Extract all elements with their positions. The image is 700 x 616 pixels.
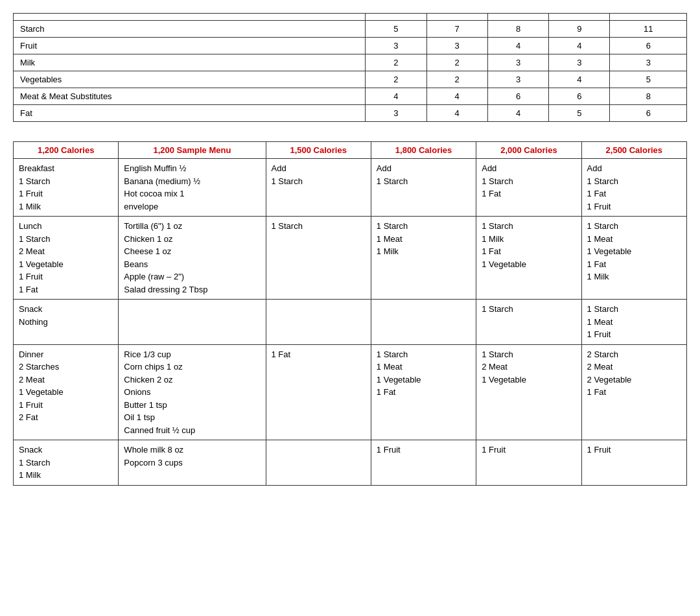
sample-cell <box>266 300 371 345</box>
cell-text: Breakfast 1 Starch 1 Fruit 1 Milk <box>19 163 54 211</box>
cell-text: Add 1 Starch 1 Fat <box>482 163 513 198</box>
sample-cell: Add 1 Starch 1 Fat <box>476 159 581 217</box>
table-cell: 4 <box>549 38 610 54</box>
cell-text: Whole milk 8 oz Popcorn 3 cups <box>124 445 183 468</box>
calorie-header-1800 <box>487 14 548 21</box>
sample-cell: 2 Starch 2 Meat 2 Vegetable 1 Fat <box>581 344 686 440</box>
sample-cell <box>266 440 371 486</box>
cell-text: English Muffin ½ Banana (medium) ½ Hot c… <box>124 163 200 211</box>
sample-cell: Snack 1 Starch 1 Milk <box>14 440 119 486</box>
sample-cell: 1 Starch 1 Milk 1 Fat 1 Vegetable <box>476 217 581 300</box>
cell-text: 1 Starch <box>482 304 513 314</box>
cell-text: 1 Starch 1 Meat 1 Vegetable 1 Fat <box>377 349 421 397</box>
sample-col-header: 1,500 Calories <box>266 142 371 159</box>
table-cell: 3 <box>426 38 487 54</box>
cell-text: 1 Fruit <box>482 445 506 455</box>
sample-cell: 1 Starch <box>266 217 371 300</box>
calorie-header-2500 <box>610 14 687 21</box>
calorie-header-1200 <box>366 14 426 21</box>
sample-col-header: 2,000 Calories <box>476 142 581 159</box>
category-label: Vegetables <box>14 71 366 88</box>
category-label: Fruit <box>14 38 366 54</box>
cell-text: 1 Starch 1 Meat 1 Vegetable 1 Fat 1 Milk <box>587 221 632 281</box>
cell-text: Snack Nothing <box>19 304 48 327</box>
sample-cell: Lunch 1 Starch 2 Meat 1 Vegetable 1 Frui… <box>14 217 119 300</box>
table-cell: 6 <box>549 88 610 105</box>
sample-cell: Whole milk 8 oz Popcorn 3 cups <box>119 440 266 486</box>
cell-text: 1 Fat <box>272 349 291 359</box>
table-cell: 3 <box>366 105 426 122</box>
cell-text: 2 Starch 2 Meat 2 Vegetable 1 Fat <box>587 349 632 397</box>
cell-text: 1 Starch 1 Meat 1 Fruit <box>587 304 618 339</box>
cell-text: Lunch 1 Starch 2 Meat 1 Vegetable 1 Frui… <box>19 221 64 294</box>
category-label: Fat <box>14 105 366 122</box>
category-label: Milk <box>14 54 366 71</box>
table-cell: 8 <box>610 88 687 105</box>
table-cell: 8 <box>487 21 548 38</box>
table-cell: 6 <box>610 38 687 54</box>
sample-cell: 1 Starch 1 Meat 1 Milk <box>371 217 476 300</box>
cell-text: 1 Starch 1 Milk 1 Fat 1 Vegetable <box>482 221 526 269</box>
calorie-header-2000 <box>549 14 610 21</box>
sample-cell: 1 Starch 1 Meat 1 Fruit <box>581 300 686 345</box>
table-cell: 4 <box>549 71 610 88</box>
table-title <box>14 14 366 21</box>
sample-menu-table: 1,200 Calories1,200 Sample Menu1,500 Cal… <box>13 141 687 486</box>
table-cell: 6 <box>610 105 687 122</box>
table-cell: 4 <box>487 38 548 54</box>
table-cell: 3 <box>487 54 548 71</box>
sample-cell: Add 1 Starch 1 Fat 1 Fruit <box>581 159 686 217</box>
sample-cell: 1 Starch 1 Meat 1 Vegetable 1 Fat <box>371 344 476 440</box>
cell-text: Rice 1/3 cup Corn chips 1 oz Chicken 2 o… <box>124 349 195 435</box>
table-cell: 2 <box>426 54 487 71</box>
sample-cell: Add 1 Starch <box>371 159 476 217</box>
table-cell: 4 <box>366 88 426 105</box>
calorie-header-1500 <box>426 14 487 21</box>
cell-text: 1 Fruit <box>587 445 611 455</box>
sample-col-header: 1,200 Sample Menu <box>119 142 266 159</box>
cell-text: 1 Starch 1 Meat 1 Milk <box>377 221 408 256</box>
table-cell: 7 <box>426 21 487 38</box>
table-cell: 2 <box>366 71 426 88</box>
table-cell: 3 <box>487 71 548 88</box>
cell-text: 1 Starch <box>272 221 303 231</box>
sample-cell <box>119 300 266 345</box>
table-cell: 2 <box>426 71 487 88</box>
sample-cell <box>371 300 476 345</box>
sample-cell: Dinner 2 Starches 2 Meat 1 Vegetable 1 F… <box>14 344 119 440</box>
table-cell: 4 <box>487 105 548 122</box>
sample-cell: 1 Fruit <box>476 440 581 486</box>
table-cell: 6 <box>487 88 548 105</box>
sample-cell: Breakfast 1 Starch 1 Fruit 1 Milk <box>14 159 119 217</box>
table-cell: 2 <box>366 54 426 71</box>
calorie-meal-plans-table: Starch578911Fruit33446Milk22333Vegetable… <box>13 13 687 122</box>
sample-col-header: 2,500 Calories <box>581 142 686 159</box>
cell-text: 1 Fruit <box>377 445 401 455</box>
cell-text: Add 1 Starch <box>272 163 303 186</box>
sample-cell: 1 Starch 1 Meat 1 Vegetable 1 Fat 1 Milk <box>581 217 686 300</box>
cell-text: 1 Starch 2 Meat 1 Vegetable <box>482 349 526 385</box>
sample-cell: Snack Nothing <box>14 300 119 345</box>
table-cell: 9 <box>549 21 610 38</box>
table-cell: 5 <box>366 21 426 38</box>
sample-cell: Tortilla (6") 1 oz Chicken 1 oz Cheese 1… <box>119 217 266 300</box>
cell-text: Dinner 2 Starches 2 Meat 1 Vegetable 1 F… <box>19 349 64 423</box>
table-cell: 4 <box>426 105 487 122</box>
table-cell: 4 <box>426 88 487 105</box>
sample-col-header: 1,200 Calories <box>14 142 119 159</box>
table-cell: 11 <box>610 21 687 38</box>
table-cell: 3 <box>366 38 426 54</box>
category-label: Starch <box>14 21 366 38</box>
table-cell: 5 <box>549 105 610 122</box>
category-label: Meat & Meat Substitutes <box>14 88 366 105</box>
sample-cell: 1 Fruit <box>371 440 476 486</box>
sample-cell: English Muffin ½ Banana (medium) ½ Hot c… <box>119 159 266 217</box>
table-cell: 5 <box>610 71 687 88</box>
sample-cell: Rice 1/3 cup Corn chips 1 oz Chicken 2 o… <box>119 344 266 440</box>
cell-text: Tortilla (6") 1 oz Chicken 1 oz Cheese 1… <box>124 221 207 294</box>
sample-cell: 1 Starch <box>476 300 581 345</box>
cell-text: Add 1 Starch 1 Fat 1 Fruit <box>587 163 618 211</box>
table-cell: 3 <box>610 54 687 71</box>
cell-text: Add 1 Starch <box>377 163 408 186</box>
table-cell: 3 <box>549 54 610 71</box>
